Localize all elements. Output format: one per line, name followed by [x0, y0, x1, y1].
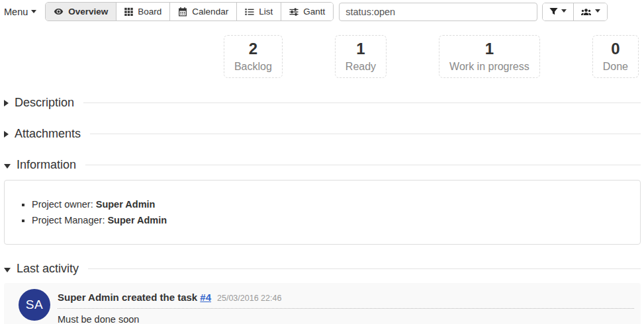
- menu-dropdown[interactable]: Menu: [4, 7, 36, 17]
- avatar: SA: [19, 289, 50, 321]
- chevron-down-icon: [595, 9, 600, 13]
- sliders-icon: [289, 7, 299, 17]
- activity-title: Super Admin created the task: [58, 292, 200, 303]
- menu-label: Menu: [4, 7, 28, 17]
- section-title: Last activity: [17, 262, 79, 276]
- chevron-right-icon: [4, 100, 9, 106]
- info-value: Super Admin: [107, 215, 167, 225]
- stat-value: 0: [603, 39, 628, 59]
- search-input[interactable]: [339, 3, 537, 21]
- stat-value: 1: [449, 39, 529, 59]
- stat-label: Backlog: [234, 59, 272, 74]
- stat-box-backlog[interactable]: 2 Backlog: [224, 35, 283, 78]
- chevron-down-icon: [31, 10, 36, 13]
- stat-label: Ready: [345, 59, 376, 74]
- section-header-description[interactable]: Description: [4, 96, 641, 110]
- info-label: Project Manager:: [32, 215, 107, 225]
- project-info-list: Project owner: Super Admin Project Manag…: [15, 196, 630, 228]
- tab-label: Gantt: [303, 7, 325, 17]
- tab-label: Calendar: [192, 7, 228, 17]
- tab-calendar[interactable]: Calendar: [169, 3, 236, 20]
- activity-timestamp: 25/03/2016 22:46: [217, 294, 281, 303]
- tab-label: Board: [138, 7, 161, 17]
- tab-label: Overview: [68, 7, 108, 17]
- stat-box-work-in-progress[interactable]: 1 Work in progress: [439, 35, 540, 78]
- list-icon: [245, 7, 254, 17]
- activity-comment: Must be done soon: [58, 314, 634, 324]
- stat-box-ready[interactable]: 1 Ready: [335, 35, 387, 78]
- tab-gantt[interactable]: Gantt: [281, 3, 333, 20]
- tab-label: List: [259, 7, 273, 17]
- section-title: Information: [17, 158, 76, 172]
- chevron-right-icon: [4, 131, 9, 138]
- grid-icon: [124, 7, 133, 16]
- section-header-attachments[interactable]: Attachments: [4, 127, 641, 141]
- stat-box-done[interactable]: 0 Done: [592, 35, 639, 78]
- view-switcher: Overview Board Calendar List Gantt: [45, 2, 334, 21]
- toolbar: Menu Overview Board Calendar List Gantt: [0, 0, 644, 23]
- section-header-information[interactable]: Information: [4, 158, 641, 172]
- column-summary: 2 Backlog 1 Ready 1 Work in progress 0 D…: [0, 35, 639, 78]
- tab-list[interactable]: List: [236, 3, 281, 20]
- info-label: Project owner:: [32, 199, 96, 210]
- filter-icon: [549, 7, 558, 16]
- activity-title-row: Super Admin created the task #425/03/201…: [58, 292, 634, 309]
- header-divider: [90, 134, 641, 134]
- calendar-icon: [178, 7, 187, 17]
- eye-icon: [54, 7, 64, 17]
- stat-value: 2: [234, 39, 272, 59]
- stat-label: Work in progress: [449, 59, 529, 74]
- info-value: Super Admin: [96, 199, 156, 210]
- list-item: Project owner: Super Admin: [32, 196, 630, 212]
- stat-value: 1: [345, 39, 376, 59]
- task-link[interactable]: #4: [200, 292, 211, 303]
- users-icon: [580, 7, 592, 17]
- filter-buttons: [542, 3, 608, 21]
- chevron-down-icon: [4, 268, 11, 272]
- information-panel: Project owner: Super Admin Project Manag…: [4, 180, 641, 245]
- filter-dropdown-button[interactable]: [543, 3, 573, 20]
- section-title: Attachments: [15, 127, 81, 141]
- header-divider: [83, 102, 641, 103]
- stat-label: Done: [603, 59, 628, 74]
- tab-board[interactable]: Board: [116, 3, 169, 20]
- activity-content: Super Admin created the task #425/03/201…: [58, 288, 634, 324]
- users-dropdown-button[interactable]: [573, 3, 607, 20]
- list-item: Project Manager: Super Admin: [32, 212, 630, 228]
- chevron-down-icon: [4, 164, 11, 169]
- header-divider: [85, 165, 641, 165]
- chevron-down-icon: [561, 9, 567, 13]
- section-title: Description: [15, 96, 74, 110]
- header-divider: [88, 268, 641, 269]
- activity-event: SA Super Admin created the task #425/03/…: [4, 283, 641, 324]
- section-header-last-activity[interactable]: Last activity: [4, 262, 641, 276]
- tab-overview[interactable]: Overview: [46, 3, 116, 20]
